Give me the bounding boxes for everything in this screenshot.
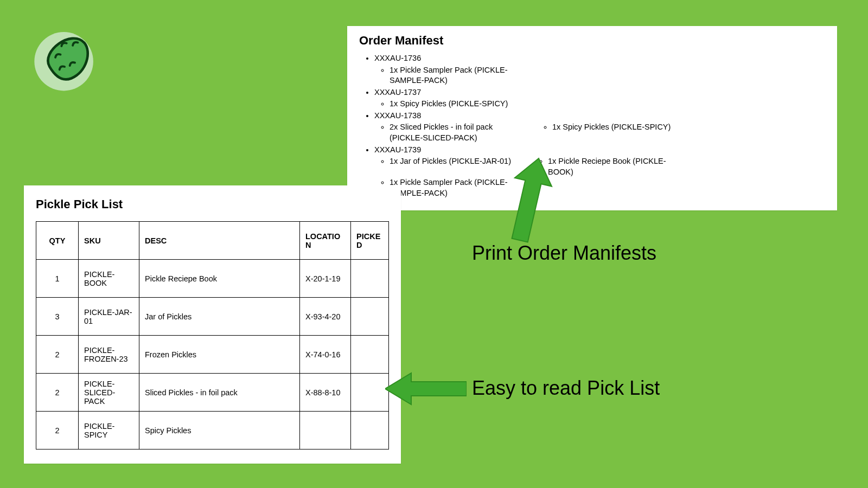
pick-list-table: QTYSKUDESCLOCATIONPICKED 1PICKLE-BOOKPic… bbox=[36, 221, 389, 450]
cell-desc: Pickle Reciepe Book bbox=[139, 260, 300, 298]
order-item: 2x Sliced Pickles - in foil pack (PICKLE… bbox=[390, 122, 515, 143]
order-id: XXXAU-1737 bbox=[374, 88, 421, 97]
order-entry: XXXAU-17382x Sliced Pickles - in foil pa… bbox=[374, 111, 825, 144]
cell-sku: PICKLE-FROZEN-23 bbox=[79, 336, 139, 374]
table-row: 2PICKLE-SLICED-PACKSliced Pickles - in f… bbox=[36, 374, 389, 412]
column-header: LOCATION bbox=[300, 222, 351, 260]
cell-picked bbox=[351, 412, 389, 450]
cell-picked bbox=[351, 298, 389, 336]
callout-manifest-label: Print Order Manifests bbox=[472, 242, 656, 265]
cell-qty: 1 bbox=[36, 260, 79, 298]
table-row: 2PICKLE-FROZEN-23Frozen PicklesX-74-0-16 bbox=[36, 336, 389, 374]
cell-qty: 2 bbox=[36, 374, 79, 412]
order-manifest-title: Order Manifest bbox=[359, 34, 825, 48]
order-id: XXXAU-1736 bbox=[374, 54, 421, 62]
table-row: 1PICKLE-BOOKPickle Reciepe BookX-20-1-19 bbox=[36, 260, 389, 298]
order-entry: XXXAU-17361x Pickle Sampler Pack (PICKLE… bbox=[374, 53, 825, 86]
cell-picked bbox=[351, 374, 389, 412]
order-item: 1x Spicy Pickles (PICKLE-SPICY) bbox=[390, 99, 508, 110]
column-header: PICKED bbox=[351, 222, 389, 260]
order-item: 1x Jar of Pickles (PICKLE-JAR-01) bbox=[390, 156, 511, 167]
column-header: QTY bbox=[36, 222, 79, 260]
order-id: XXXAU-1739 bbox=[374, 145, 421, 154]
cell-location: X-88-8-10 bbox=[300, 374, 351, 412]
cell-desc: Frozen Pickles bbox=[139, 336, 300, 374]
order-entry: XXXAU-17391x Jar of Pickles (PICKLE-JAR-… bbox=[374, 145, 825, 199]
cell-desc: Sliced Pickles - in foil pack bbox=[139, 374, 300, 412]
cell-location: X-93-4-20 bbox=[300, 298, 351, 336]
cell-sku: PICKLE-BOOK bbox=[79, 260, 139, 298]
cell-picked bbox=[351, 336, 389, 374]
cell-location: X-74-0-16 bbox=[300, 336, 351, 374]
table-row: 2PICKLE-SPICYSpicy Pickles bbox=[36, 412, 389, 450]
cell-sku: PICKLE-SPICY bbox=[79, 412, 139, 450]
cell-picked bbox=[351, 260, 389, 298]
order-item: 1x Pickle Sampler Pack (PICKLE-SAMPLE-PA… bbox=[390, 65, 515, 86]
order-item: 1x Pickle Reciepe Book (PICKLE-BOOK) bbox=[548, 156, 674, 177]
cell-sku: PICKLE-JAR-01 bbox=[79, 298, 139, 336]
table-row: 3PICKLE-JAR-01Jar of PicklesX-93-4-20 bbox=[36, 298, 389, 336]
order-manifest-list: XXXAU-17361x Pickle Sampler Pack (PICKLE… bbox=[359, 53, 825, 198]
pickle-logo-icon bbox=[24, 15, 108, 99]
order-manifest-panel: Order Manifest XXXAU-17361x Pickle Sampl… bbox=[347, 26, 837, 210]
cell-qty: 2 bbox=[36, 336, 79, 374]
column-header: DESC bbox=[139, 222, 300, 260]
cell-desc: Jar of Pickles bbox=[139, 298, 300, 336]
order-item: 1x Pickle Sampler Pack (PICKLE-SAMPLE-PA… bbox=[390, 177, 515, 198]
cell-sku: PICKLE-SLICED-PACK bbox=[79, 374, 139, 412]
order-item: 1x Spicy Pickles (PICKLE-SPICY) bbox=[552, 122, 671, 133]
order-id: XXXAU-1738 bbox=[374, 111, 421, 120]
cell-qty: 2 bbox=[36, 412, 79, 450]
order-entry: XXXAU-17371x Spicy Pickles (PICKLE-SPICY… bbox=[374, 87, 825, 110]
pick-list-panel: Pickle Pick List QTYSKUDESCLOCATIONPICKE… bbox=[24, 185, 401, 464]
pick-list-title: Pickle Pick List bbox=[36, 197, 389, 211]
cell-location bbox=[300, 412, 351, 450]
callout-picklist-label: Easy to read Pick List bbox=[472, 377, 660, 400]
table-header-row: QTYSKUDESCLOCATIONPICKED bbox=[36, 222, 389, 260]
column-header: SKU bbox=[79, 222, 139, 260]
cell-location: X-20-1-19 bbox=[300, 260, 351, 298]
cell-desc: Spicy Pickles bbox=[139, 412, 300, 450]
cell-qty: 3 bbox=[36, 298, 79, 336]
